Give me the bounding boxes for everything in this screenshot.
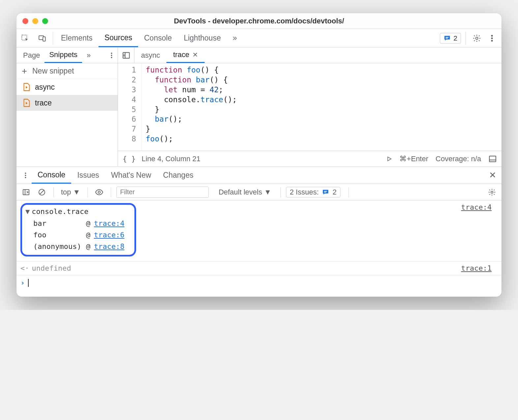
drawer-tab-whatsnew[interactable]: What's New bbox=[105, 167, 157, 184]
at-symbol: @ bbox=[86, 219, 94, 227]
console-filter-input[interactable] bbox=[116, 187, 209, 198]
stack-fn-name: foo bbox=[33, 231, 86, 239]
new-snippet-button[interactable]: New snippet bbox=[16, 63, 118, 79]
separator bbox=[53, 187, 54, 197]
svg-point-6 bbox=[491, 35, 493, 36]
svg-point-22 bbox=[491, 191, 493, 193]
navigator-menu-icon[interactable] bbox=[105, 49, 118, 62]
tab-elements[interactable]: Elements bbox=[55, 29, 99, 47]
main-toolbar: Elements Sources Console Lighthouse » 2 bbox=[16, 29, 502, 47]
snippet-list: async trace bbox=[16, 79, 118, 166]
at-symbol: @ bbox=[86, 242, 94, 251]
svg-point-8 bbox=[491, 40, 493, 41]
drawer-menu-icon[interactable] bbox=[19, 169, 32, 182]
snippet-file-async[interactable]: async bbox=[16, 79, 118, 95]
dropdown-caret-icon: ▼ bbox=[264, 188, 271, 196]
dropdown-caret-icon: ▼ bbox=[73, 188, 80, 196]
cursor-position: Line 4, Column 21 bbox=[142, 155, 201, 163]
editor-area: async trace ✕ 12345678 function foo() { … bbox=[118, 47, 502, 166]
drawer-tab-console[interactable]: Console bbox=[32, 167, 71, 184]
stack-fn-name: bar bbox=[33, 219, 86, 227]
console-sidebar-toggle-icon[interactable] bbox=[20, 186, 32, 198]
return-value: undefined bbox=[32, 264, 71, 272]
close-window-button[interactable] bbox=[22, 18, 28, 24]
maximize-window-button[interactable] bbox=[42, 18, 48, 24]
drawer-tab-changes[interactable]: Changes bbox=[157, 167, 199, 184]
svg-rect-21 bbox=[324, 192, 326, 193]
trace-title: console.trace bbox=[32, 207, 88, 216]
pretty-print-icon[interactable]: { } bbox=[123, 155, 136, 163]
stack-frame: bar @ trace:4 bbox=[25, 218, 125, 229]
device-toolbar-icon[interactable] bbox=[34, 34, 51, 43]
prompt-caret-icon: › bbox=[20, 279, 25, 287]
snippet-name: async bbox=[35, 83, 55, 92]
log-level-selector[interactable]: Default levels ▼ bbox=[218, 188, 271, 196]
navigator-tab-snippets[interactable]: Snippets bbox=[44, 47, 82, 63]
console-toolbar: top ▼ Default levels ▼ 2 Issues: 2 bbox=[16, 184, 502, 200]
run-snippet-icon[interactable] bbox=[386, 156, 392, 162]
code-editor[interactable]: 12345678 function foo() { function bar()… bbox=[118, 63, 502, 151]
issues-icon bbox=[444, 35, 451, 42]
navigator-more-button[interactable]: » bbox=[82, 47, 95, 63]
expand-caret-icon[interactable]: ▼ bbox=[25, 207, 30, 216]
console-settings-gear-icon[interactable] bbox=[486, 186, 498, 198]
separator bbox=[53, 32, 53, 45]
inspect-element-icon[interactable] bbox=[16, 34, 34, 43]
svg-point-14 bbox=[25, 172, 26, 174]
issues-badge[interactable]: 2 bbox=[440, 33, 461, 44]
tab-sources[interactable]: Sources bbox=[99, 29, 138, 47]
svg-rect-4 bbox=[446, 38, 448, 39]
show-sidebar-icon[interactable] bbox=[488, 155, 497, 163]
svg-rect-3 bbox=[446, 37, 449, 38]
close-tab-icon[interactable]: ✕ bbox=[192, 51, 198, 59]
navigator-sidebar: Page Snippets » New snippet async trace bbox=[16, 47, 118, 166]
svg-point-5 bbox=[476, 37, 478, 39]
trace-header[interactable]: ▼ console.trace bbox=[25, 207, 125, 216]
svg-rect-13 bbox=[489, 156, 496, 162]
snippet-file-trace[interactable]: trace bbox=[16, 95, 118, 111]
editor-tab-trace[interactable]: trace ✕ bbox=[166, 47, 205, 63]
toggle-navigator-icon[interactable] bbox=[118, 47, 134, 63]
navigator-tabs: Page Snippets » bbox=[16, 47, 118, 63]
return-source-link[interactable]: trace:1 bbox=[461, 264, 498, 272]
stack-source-link[interactable]: trace:8 bbox=[94, 242, 125, 251]
window-title: DevTools - developer.chrome.com/docs/dev… bbox=[22, 17, 496, 25]
coverage-status: Coverage: n/a bbox=[436, 155, 481, 163]
stack-source-link[interactable]: trace:4 bbox=[94, 219, 125, 227]
close-drawer-icon[interactable]: ✕ bbox=[486, 169, 499, 182]
console-return-row: <· undefined trace:1 bbox=[16, 261, 502, 275]
minimize-window-button[interactable] bbox=[32, 18, 38, 24]
return-arrow-icon: <· bbox=[20, 264, 29, 272]
snippet-name: trace bbox=[35, 99, 52, 107]
more-tabs-button[interactable]: » bbox=[227, 29, 243, 47]
new-snippet-label: New snippet bbox=[32, 67, 74, 75]
sources-panel: Page Snippets » New snippet async trace bbox=[16, 47, 502, 167]
svg-point-15 bbox=[25, 174, 26, 176]
separator bbox=[348, 187, 349, 197]
snippet-file-icon bbox=[22, 83, 30, 91]
execution-context-selector[interactable]: top ▼ bbox=[59, 187, 82, 197]
settings-gear-icon[interactable] bbox=[471, 32, 483, 45]
issues-label: 2 Issues: bbox=[290, 188, 319, 196]
code-content: function foo() { function bar() { let nu… bbox=[142, 63, 241, 151]
stack-frame: (anonymous) @ trace:8 bbox=[25, 241, 125, 252]
stack-source-link[interactable]: trace:6 bbox=[94, 231, 125, 239]
devtools-window: DevTools - developer.chrome.com/docs/dev… bbox=[16, 13, 502, 297]
svg-point-10 bbox=[111, 54, 112, 56]
tab-lighthouse[interactable]: Lighthouse bbox=[178, 29, 227, 47]
console-prompt[interactable]: › bbox=[16, 275, 502, 297]
console-issues-pill[interactable]: 2 Issues: 2 bbox=[286, 187, 340, 197]
editor-statusbar: { } Line 4, Column 21 ⌘+Enter Coverage: … bbox=[118, 151, 502, 166]
more-menu-icon[interactable] bbox=[486, 32, 498, 45]
tab-console[interactable]: Console bbox=[138, 29, 178, 47]
trace-source-link[interactable]: trace:4 bbox=[461, 203, 498, 256]
editor-tab-label: async bbox=[141, 51, 160, 60]
clear-console-icon[interactable] bbox=[36, 186, 48, 198]
navigator-tab-page[interactable]: Page bbox=[18, 47, 44, 63]
separator bbox=[111, 187, 111, 197]
live-expression-icon[interactable] bbox=[93, 186, 105, 198]
text-cursor bbox=[28, 279, 29, 287]
stack-frame: foo @ trace:6 bbox=[25, 229, 125, 241]
editor-tab-async[interactable]: async bbox=[134, 47, 166, 63]
drawer-tab-issues[interactable]: Issues bbox=[71, 167, 105, 184]
